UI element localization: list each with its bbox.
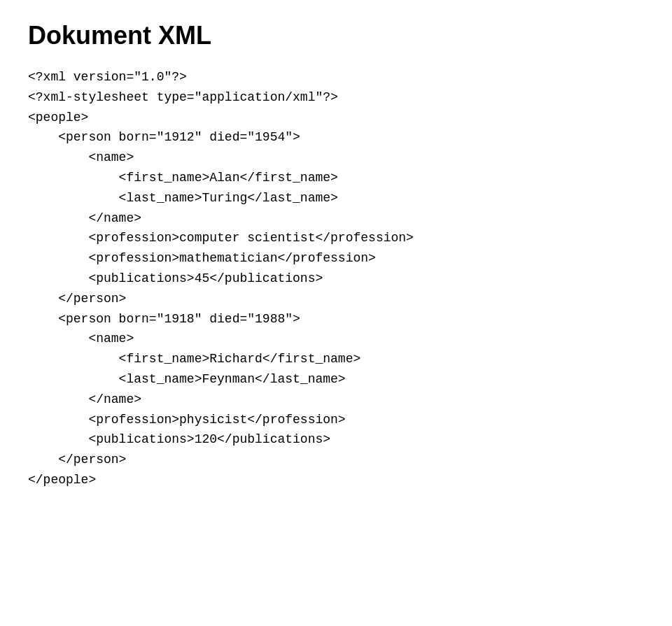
xml-line: <publications>45</publications> xyxy=(28,269,644,289)
xml-line: <name> xyxy=(28,329,644,349)
xml-line: </name> xyxy=(28,208,644,229)
xml-line: <first_name>Alan</first_name> xyxy=(28,168,644,188)
page-title: Dokument XML xyxy=(28,21,644,50)
xml-line: <?xml version="1.0"?> xyxy=(28,67,644,87)
xml-line: <profession>physicist</profession> xyxy=(28,410,644,430)
xml-line: <name> xyxy=(28,148,644,168)
xml-line: </people> xyxy=(28,470,644,490)
xml-line: <first_name>Richard</first_name> xyxy=(28,349,644,369)
xml-line: <publications>120</publications> xyxy=(28,429,644,450)
xml-line: <last_name>Feynman</last_name> xyxy=(28,369,644,390)
xml-line: <people> xyxy=(28,108,644,128)
xml-line: </name> xyxy=(28,390,644,410)
xml-line: <person born="1918" died="1988"> xyxy=(28,309,644,329)
xml-line: <last_name>Turing</last_name> xyxy=(28,188,644,208)
xml-line: </person> xyxy=(28,289,644,309)
xml-line: </person> xyxy=(28,450,644,470)
xml-document: <?xml version="1.0"?><?xml-stylesheet ty… xyxy=(28,67,644,490)
xml-line: <profession>mathematician</profession> xyxy=(28,248,644,269)
xml-line: <profession>computer scientist</professi… xyxy=(28,228,644,248)
xml-line: <?xml-stylesheet type="application/xml"?… xyxy=(28,87,644,108)
xml-line: <person born="1912" died="1954"> xyxy=(28,127,644,148)
